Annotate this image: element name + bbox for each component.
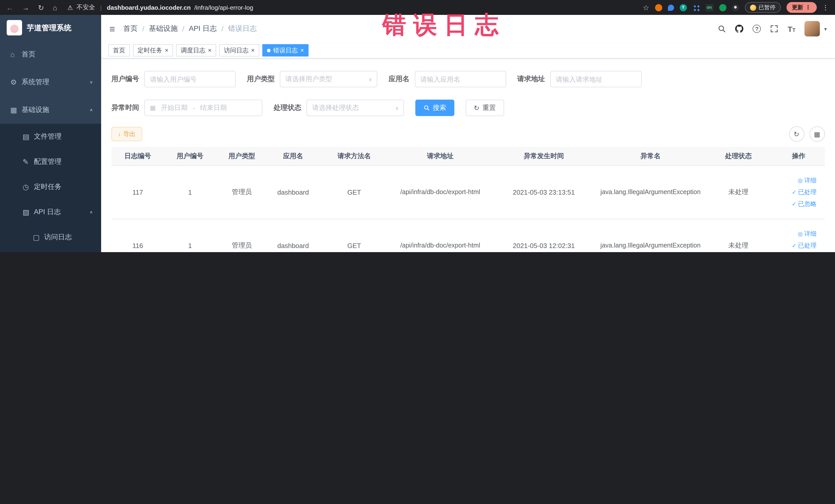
sidebar-item-infrastructure[interactable]: ▦ 基础设施 ∧ (0, 96, 101, 124)
field-label: 用户编号 (111, 75, 139, 84)
date-range-picker[interactable]: ▦ 开始日期 - 结束日期 (144, 100, 262, 116)
sidebar-item-label: 首页 (22, 50, 36, 59)
close-icon[interactable]: × (300, 47, 304, 54)
range-separator: - (193, 104, 195, 112)
api-log-icon: ▧ (23, 208, 34, 216)
breadcrumb-item[interactable]: 基础设施 (149, 24, 178, 33)
github-icon[interactable] (735, 25, 744, 33)
chevron-down-icon: ∨ (395, 105, 399, 110)
filter-user-id: 用户编号 (111, 71, 236, 87)
chevron-down-icon: ∨ (89, 80, 93, 84)
right-tools: ↻ ▦ (789, 126, 825, 142)
sidebar-item-file-mgmt[interactable]: ▤ 文件管理 (0, 124, 101, 149)
column-header: 异常名 (597, 147, 704, 165)
reset-button[interactable]: ↻ 重置 (466, 100, 504, 116)
reload-icon[interactable]: ↻ (38, 3, 44, 12)
extension-y-icon[interactable]: Y (679, 4, 687, 11)
update-button[interactable]: 更新⋮ (786, 2, 816, 13)
processed-link[interactable]: ✓已处理 (792, 186, 816, 198)
refresh-button[interactable]: ↻ (789, 126, 804, 142)
breadcrumb-separator: / (142, 25, 144, 33)
security-label[interactable]: 不安全 (77, 3, 95, 12)
extension-grid-icon[interactable] (692, 4, 699, 11)
detail-link[interactable]: ◎详细 (798, 175, 816, 186)
ignored-link[interactable]: ✓已忽略 (792, 198, 816, 209)
bookmark-star-icon[interactable]: ☆ (643, 3, 649, 12)
calendar-icon: ▦ (150, 104, 156, 112)
browser-menu-icon[interactable]: ⋮ (822, 4, 829, 11)
sidebar-item-api-logs[interactable]: ▧ API 日志 ∧ (0, 199, 101, 224)
tab-error-log[interactable]: 错误日志× (262, 44, 308, 57)
breadcrumb-item[interactable]: API 日志 (189, 24, 217, 33)
sidebar-item-label: API 日志 (34, 207, 61, 217)
search-icon[interactable] (718, 25, 726, 33)
extension-on-icon[interactable]: on (705, 4, 713, 11)
filter-exception-time: 异常时间 ▦ 开始日期 - 结束日期 (111, 100, 262, 116)
sidebar-item-scheduled-tasks[interactable]: ◷ 定时任务 (0, 174, 101, 199)
chevron-down-icon[interactable]: ▾ (824, 26, 827, 32)
access-log-icon: ▢ (33, 233, 44, 241)
user-avatar[interactable] (805, 21, 820, 37)
back-icon[interactable]: ← (6, 3, 13, 12)
help-icon[interactable]: ? (753, 25, 761, 33)
filter-request-url: 请求地址 (517, 71, 641, 87)
file-icon: ▤ (23, 132, 34, 140)
breadcrumb-separator: / (222, 25, 224, 33)
address-bar[interactable]: ⚠ 不安全 | dashboard.yudao.iocoder.cn/infra… (67, 3, 643, 12)
close-icon[interactable]: × (165, 47, 168, 54)
logo-title: 芋道管理系统 (27, 23, 72, 33)
url-path[interactable]: /infra/log/api-error-log (194, 4, 253, 11)
search-button[interactable]: 搜索 (415, 100, 454, 116)
ignored-link[interactable]: ✓已忽略 (792, 251, 816, 252)
column-header: 用户编号 (164, 147, 216, 165)
table-row: 116 1 管理员 dashboard GET /api/infra/db-do… (111, 219, 825, 252)
hamburger-icon[interactable]: ≡ (109, 24, 115, 34)
process-status-select[interactable]: 请选择处理状态 ∨ (306, 100, 404, 116)
request-url-input[interactable] (550, 71, 641, 87)
sidebar-item-home[interactable]: ⌂ 首页 (0, 41, 101, 68)
logo[interactable]: 芋道管理系统 (0, 15, 101, 41)
extension-paw-icon[interactable]: ✱ (732, 4, 739, 11)
close-icon[interactable]: × (251, 47, 254, 54)
config-icon: ✎ (23, 157, 34, 166)
url-domain[interactable]: dashboard.yudao.iocoder.cn (107, 4, 191, 11)
cell-app-name: dashboard (267, 165, 319, 219)
cell-exception: java.lang.IllegalArgumentException (597, 219, 704, 252)
tab-schedule-log[interactable]: 调度日志× (176, 44, 216, 57)
gear-icon: ⚙ (10, 78, 22, 86)
browser-actions: ☆ Y on ✱ 已暂停 更新⋮ ⋮ (643, 2, 829, 13)
user-type-select[interactable]: 请选择用户类型 ∨ (280, 71, 377, 87)
sidebar-item-config-mgmt[interactable]: ✎ 配置管理 (0, 149, 101, 174)
breadcrumb-item[interactable]: 首页 (123, 24, 138, 33)
browser-chrome: ← → ↻ ⌂ ⚠ 不安全 | dashboard.yudao.iocoder.… (0, 0, 835, 15)
columns-button[interactable]: ▦ (809, 126, 825, 142)
processed-link[interactable]: ✓已处理 (792, 240, 816, 251)
detail-link[interactable]: ◎详细 (798, 228, 816, 239)
extension-orange-icon[interactable] (655, 4, 662, 11)
tab-access-log[interactable]: 访问日志× (219, 44, 259, 57)
extension-leaf-icon[interactable] (719, 4, 726, 11)
fullscreen-icon[interactable] (770, 25, 778, 33)
sidebar-item-access-log[interactable]: ▢ 访问日志 (0, 224, 101, 249)
user-id-input[interactable] (144, 71, 236, 87)
eye-icon: ◎ (798, 175, 803, 186)
cell-url: /api/infra/db-doc/export-html (390, 165, 491, 219)
export-button[interactable]: ↓ 导出 (111, 127, 142, 141)
column-header: 处理状态 (704, 147, 773, 165)
tab-scheduled-tasks[interactable]: 定时任务× (133, 44, 173, 57)
paused-badge[interactable]: 已暂停 (745, 2, 780, 13)
table-toolbar: ↓ 导出 ↻ ▦ (111, 126, 825, 142)
close-icon[interactable]: × (208, 47, 211, 54)
column-header: 请求地址 (390, 147, 491, 165)
sidebar-item-error-log[interactable]: ▣ 错误日志 (0, 249, 101, 252)
sidebar-item-label: 基础设施 (22, 105, 49, 115)
tab-home[interactable]: 首页 (108, 44, 130, 57)
font-size-icon[interactable]: TT (788, 25, 795, 33)
home-icon[interactable]: ⌂ (53, 3, 57, 12)
column-header: 请求方法名 (319, 147, 390, 165)
extension-drop-icon[interactable] (668, 4, 674, 11)
app-name-input[interactable] (414, 71, 506, 87)
cell-user-id: 1 (164, 165, 216, 219)
sidebar-item-system-mgmt[interactable]: ⚙ 系统管理 ∨ (0, 68, 101, 96)
forward-icon[interactable]: → (22, 3, 29, 12)
